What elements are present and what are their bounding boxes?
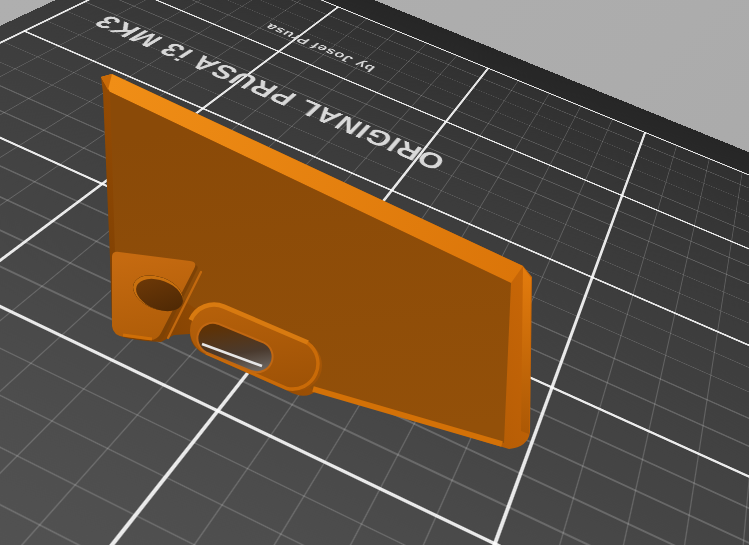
bed-label-subtitle: by Josef Prusa bbox=[261, 21, 379, 74]
print-bed: ORIGINAL PRUSA i3 MK3 by Josef Prusa bbox=[0, 0, 749, 545]
slicer-3d-viewport[interactable]: ORIGINAL PRUSA i3 MK3 by Josef Prusa bbox=[0, 0, 749, 545]
